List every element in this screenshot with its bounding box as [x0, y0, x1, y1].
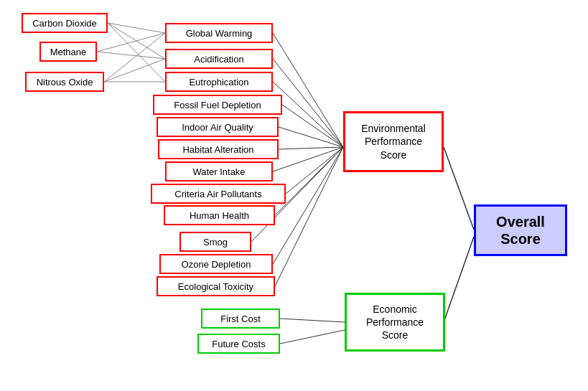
future-costs-node: Future Costs [197, 334, 280, 354]
water-intake-node: Water Intake [165, 161, 273, 182]
svg-line-15 [286, 147, 343, 194]
svg-line-5 [104, 33, 165, 82]
svg-line-21 [280, 330, 345, 344]
eutrophication-node: Eutrophication [165, 72, 273, 92]
svg-line-16 [275, 147, 343, 215]
human-health-node: Human Health [164, 205, 275, 225]
env-performance-score: EnvironmentalPerformanceScore [343, 111, 444, 172]
svg-line-13 [279, 147, 343, 149]
smog-node: Smog [179, 232, 251, 252]
svg-line-11 [282, 105, 343, 147]
svg-line-20 [280, 319, 345, 322]
methane-node: Methane [39, 42, 97, 62]
svg-line-4 [97, 52, 165, 59]
econ-performance-score: EconomicPerformanceScore [345, 293, 445, 352]
indoor-air-node: Indoor Air Quality [157, 117, 279, 137]
svg-line-19 [275, 147, 343, 286]
svg-line-9 [273, 59, 343, 147]
svg-line-23 [444, 237, 474, 322]
svg-line-3 [97, 33, 165, 52]
svg-line-22 [444, 147, 474, 230]
overall-score-node: OverallScore [474, 204, 567, 256]
global-warming-node: Global Warming [165, 23, 273, 43]
svg-line-0 [108, 23, 165, 33]
nitrous-oxide-node: Nitrous Oxide [25, 72, 104, 92]
habitat-node: Habitat Alteration [158, 139, 279, 159]
svg-line-1 [108, 23, 165, 59]
svg-line-8 [273, 33, 343, 147]
svg-line-10 [273, 82, 343, 147]
eco-tox-node: Ecological Toxicity [157, 276, 275, 296]
carbon-dioxide-node: Carbon Dioxide [22, 13, 108, 33]
svg-line-6 [104, 59, 165, 82]
svg-line-2 [108, 23, 165, 82]
fossil-fuel-node: Fossil Fuel Depletion [153, 95, 282, 115]
acidification-node: Acidification [165, 49, 273, 69]
ozone-node: Ozone Depletion [159, 254, 273, 274]
first-cost-node: First Cost [201, 308, 280, 329]
criteria-air-node: Criteria Air Pollutants [151, 184, 286, 204]
svg-line-14 [273, 147, 343, 171]
svg-line-12 [279, 127, 343, 147]
svg-line-18 [273, 147, 343, 264]
